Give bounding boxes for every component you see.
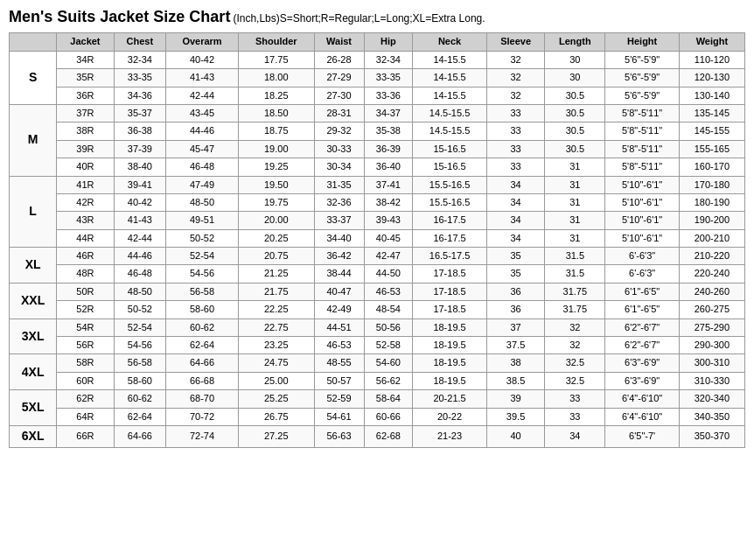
cell-length: 31.5 [545,265,605,283]
cell-sleeve: 32 [486,69,544,87]
cell-chest: 42-44 [114,229,166,247]
cell-height: 6'3"-6'9" [605,372,679,389]
cell-waist: 40-47 [314,283,364,300]
cell-overarm: 50-52 [166,229,239,247]
cell-chest: 56-58 [114,354,166,372]
cell-chest: 35-37 [114,104,166,122]
cell-chest: 44-46 [114,248,166,265]
cell-sleeve: 39 [486,390,544,408]
size-group-label: XL [10,248,57,284]
col-header-shoulder: Shoulder [238,33,314,51]
cell-height: 5'10"-6'1" [605,229,679,247]
cell-sleeve: 33 [486,104,544,122]
cell-length: 32.5 [545,372,605,389]
cell-height: 6'4"-6'10" [605,408,679,425]
cell-height: 5'10"-6'1" [605,176,679,193]
cell-length: 33 [545,408,605,425]
cell-overarm: 49-51 [166,212,239,229]
cell-height: 6'-6'3" [605,265,679,283]
col-header-jacket: Jacket [57,33,114,51]
cell-hip: 40-45 [364,229,413,247]
cell-sleeve: 38.5 [486,372,544,389]
cell-height: 5'8"-5'11" [605,158,679,176]
cell-neck: 14.5-15.5 [413,104,487,122]
cell-sleeve: 33 [486,122,544,140]
cell-jacket: 43R [57,212,114,229]
cell-overarm: 56-58 [166,283,239,300]
cell-chest: 48-50 [114,283,166,300]
cell-weight: 350-370 [679,425,744,447]
cell-shoulder: 19.25 [238,158,314,176]
cell-overarm: 45-47 [166,140,239,158]
cell-overarm: 42-44 [166,87,239,104]
cell-length: 31 [545,176,605,193]
table-row: M37R35-3743-4518.5028-3134-3714.5-15.533… [10,104,745,122]
cell-sleeve: 34 [486,176,544,193]
cell-height: 6'4"-6'10" [605,390,679,408]
cell-neck: 16-17.5 [413,229,487,247]
col-header-waist: Waist [314,33,364,51]
cell-height: 6'2"-6'7" [605,337,679,354]
cell-shoulder: 25.25 [238,390,314,408]
table-row: 48R46-4854-5621.2538-4444-5017-18.53531.… [10,265,745,283]
col-header-hip: Hip [364,33,413,51]
cell-neck: 17-18.5 [413,283,487,300]
cell-sleeve: 32 [486,51,544,68]
cell-hip: 34-37 [364,104,413,122]
cell-waist: 38-44 [314,265,364,283]
cell-overarm: 60-62 [166,318,239,336]
cell-jacket: 36R [57,87,114,104]
cell-chest: 60-62 [114,390,166,408]
cell-length: 31.75 [545,283,605,300]
cell-shoulder: 24.75 [238,354,314,372]
cell-overarm: 40-42 [166,51,239,68]
cell-height: 6'-6'3" [605,248,679,265]
table-row: 39R37-3945-4719.0030-3336-3915-16.53330.… [10,140,745,158]
cell-neck: 15.5-16.5 [413,193,487,211]
cell-length: 30 [545,69,605,87]
table-row: 3XL54R52-5460-6222.7544-5150-5618-19.537… [10,318,745,336]
cell-weight: 110-120 [679,51,744,68]
cell-shoulder: 23.25 [238,337,314,354]
cell-shoulder: 20.25 [238,229,314,247]
cell-length: 32.5 [545,354,605,372]
cell-overarm: 54-56 [166,265,239,283]
cell-jacket: 64R [57,408,114,425]
cell-neck: 18-19.5 [413,318,487,336]
cell-shoulder: 27.25 [238,425,314,447]
cell-chest: 34-36 [114,87,166,104]
cell-shoulder: 18.25 [238,87,314,104]
table-row: 44R42-4450-5220.2534-4040-4516-17.534315… [10,229,745,247]
cell-sleeve: 36 [486,283,544,300]
cell-length: 30.5 [545,104,605,122]
cell-neck: 16-17.5 [413,212,487,229]
cell-hip: 38-42 [364,193,413,211]
cell-weight: 170-180 [679,176,744,193]
cell-hip: 56-62 [364,372,413,389]
cell-jacket: 66R [57,425,114,447]
cell-jacket: 58R [57,354,114,372]
cell-height: 6'5"-7' [605,425,679,447]
table-row: 52R50-5258-6022.2542-4948-5417-18.53631.… [10,301,745,318]
col-header-weight: Weight [679,33,744,51]
cell-shoulder: 21.25 [238,265,314,283]
cell-height: 6'1"-6'5" [605,283,679,300]
cell-shoulder: 18.00 [238,69,314,87]
cell-waist: 42-49 [314,301,364,318]
table-row: 5XL62R60-6268-7025.2552-5958-6420-21.539… [10,390,745,408]
cell-weight: 120-130 [679,69,744,87]
cell-chest: 62-64 [114,408,166,425]
cell-chest: 40-42 [114,193,166,211]
cell-height: 5'6"-5'9" [605,51,679,68]
cell-weight: 340-350 [679,408,744,425]
table-row: 4XL58R56-5864-6624.7548-5554-6018-19.538… [10,354,745,372]
cell-hip: 35-38 [364,122,413,140]
cell-jacket: 39R [57,140,114,158]
cell-height: 6'1"-6'5" [605,301,679,318]
size-group-label: 5XL [10,390,57,426]
cell-height: 5'8"-5'11" [605,140,679,158]
page: Men's Suits Jacket Size Chart (Inch,Lbs)… [0,0,754,455]
cell-chest: 38-40 [114,158,166,176]
cell-height: 6'3"-6'9" [605,354,679,372]
cell-length: 33 [545,390,605,408]
